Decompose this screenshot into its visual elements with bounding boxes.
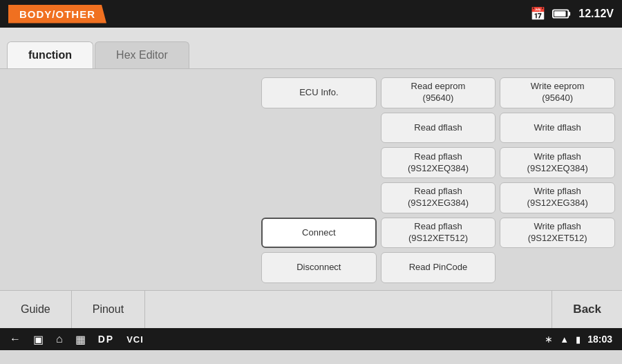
system-icons-left: ← ▣ ⌂ ▦ DP VCI	[10, 333, 144, 346]
top-bar-right: 📅 12.12V	[530, 6, 614, 21]
battery-status-icon: ▮	[576, 334, 581, 345]
disconnect-button[interactable]: Disconnect	[261, 252, 377, 283]
empty-r6c3	[500, 252, 615, 283]
read-pflash-xet512-button[interactable]: Read pflash(9S12XET512)	[381, 218, 496, 249]
system-icons-right: ∗ ▲ ▮ 18:03	[545, 334, 612, 345]
vci-label: VCI	[126, 334, 144, 345]
empty-r2c1	[261, 113, 377, 144]
wifi-icon: ▲	[560, 334, 569, 345]
empty-r3c1	[261, 147, 377, 178]
guide-button[interactable]: Guide	[0, 291, 72, 328]
write-dflash-button[interactable]: Write dflash	[500, 113, 615, 144]
svg-rect-2	[569, 12, 571, 16]
read-pincode-button[interactable]: Read PinCode	[381, 252, 496, 283]
connect-button[interactable]: Connect	[261, 218, 377, 249]
battery-icon	[552, 8, 572, 20]
home-icon[interactable]: ⌂	[56, 333, 63, 345]
write-pflash-xeq384-button[interactable]: Write pflash(9S12XEQ384)	[500, 147, 615, 178]
back-button[interactable]: Back	[552, 291, 622, 328]
pinout-button[interactable]: Pinout	[72, 291, 145, 328]
back-arrow-icon[interactable]: ←	[10, 333, 21, 345]
read-pflash-xeq384-button[interactable]: Read pflash(9S12XEQ384)	[381, 147, 496, 178]
bluetooth-icon: ∗	[545, 334, 553, 345]
write-pflash-xeg384-button[interactable]: Write pflash(9S12XEG384)	[500, 182, 615, 213]
bottom-bar: Guide Pinout Back	[0, 290, 622, 328]
left-panel	[7, 77, 256, 283]
top-bar: BODY/OTHER 📅 12.12V	[0, 0, 622, 28]
ecu-info-button[interactable]: ECU Info.	[261, 77, 377, 108]
tab-bar: function Hex Editor	[0, 28, 622, 69]
read-dflash-button[interactable]: Read dflash	[381, 113, 496, 144]
empty-r4c1	[261, 182, 377, 213]
svg-rect-1	[554, 11, 566, 16]
write-pflash-xet512-button[interactable]: Write pflash(9S12XET512)	[500, 218, 615, 249]
voltage-display: 12.12V	[578, 8, 614, 20]
system-bar: ← ▣ ⌂ ▦ DP VCI ∗ ▲ ▮ 18:03	[0, 328, 622, 350]
write-eeprom-button[interactable]: Write eeprom(95640)	[500, 77, 615, 108]
tab-function[interactable]: function	[7, 41, 93, 68]
button-grid: ECU Info. Read eeprom(95640) Write eepro…	[261, 77, 615, 283]
bottom-spacer	[145, 291, 552, 328]
main-content: ECU Info. Read eeprom(95640) Write eepro…	[0, 69, 622, 290]
top-bar-title: BODY/OTHER	[8, 5, 106, 23]
tab-hex-editor[interactable]: Hex Editor	[95, 41, 189, 68]
read-eeprom-button[interactable]: Read eeprom(95640)	[381, 77, 496, 108]
dp-label[interactable]: DP	[98, 334, 114, 345]
system-time: 18:03	[587, 334, 612, 345]
copy-icon[interactable]: ▦	[75, 333, 86, 346]
read-pflash-xeg384-button[interactable]: Read pflash(9S12XEG384)	[381, 182, 496, 213]
camera-icon[interactable]: ▣	[33, 333, 44, 346]
calendar-icon: 📅	[530, 6, 545, 21]
